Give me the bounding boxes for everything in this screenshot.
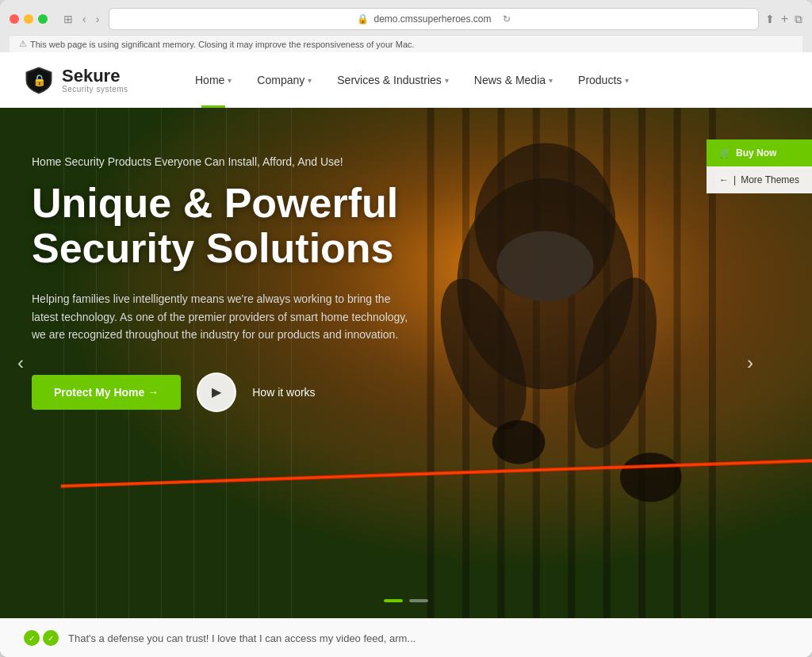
logo-tagline: Security systems (62, 85, 128, 94)
site-logo: 🔒 Sekure Security systems (24, 65, 167, 95)
nav-item-services[interactable]: Services & Industries ▾ (324, 52, 462, 108)
forward-icon[interactable]: › (93, 11, 103, 27)
maximize-button[interactable] (38, 14, 48, 24)
logo-shield-icon: 🔒 (24, 65, 54, 95)
testimonial-icon-1: ✓ (24, 630, 40, 646)
nav-products-label: Products (578, 74, 622, 86)
logo-name: Sekure (62, 67, 128, 85)
security-icon: 🔒 (357, 13, 369, 25)
minimize-button[interactable] (24, 14, 33, 24)
chevron-right-icon: › (747, 352, 753, 374)
play-icon: ▶ (212, 384, 221, 399)
memory-warning: ⚠ This web page is using significant mem… (10, 35, 802, 52)
how-it-works-link[interactable]: How it works (252, 386, 315, 399)
carousel-dot-1[interactable] (384, 599, 403, 602)
buy-now-button[interactable]: 🛒 Buy Now (707, 139, 812, 166)
nav-home-label: Home (195, 74, 224, 86)
svg-point-19 (496, 231, 593, 301)
memory-warning-text: This web page is using significant memor… (30, 40, 415, 49)
hero-section: Home Security Products Everyone Can Inst… (0, 108, 812, 618)
logo-text: Sekure Security systems (62, 67, 128, 94)
chevron-down-icon: ▾ (625, 76, 629, 85)
testimonial-hint: ✓ ✓ That's a defense you can trust! I lo… (0, 618, 812, 657)
site-nav: Home ▾ Company ▾ Services & Industries ▾… (167, 52, 788, 108)
share-icon[interactable]: ⬆ (765, 13, 775, 25)
chevron-left-icon: ‹ (17, 352, 24, 374)
nav-active-indicator (201, 105, 225, 108)
chevron-down-icon: ▾ (549, 76, 553, 85)
nav-item-products[interactable]: Products ▾ (565, 52, 642, 108)
sidebar-toggle-icon[interactable]: ⊞ (60, 11, 76, 27)
carousel-next-button[interactable]: › (736, 349, 764, 377)
close-button[interactable] (10, 14, 19, 24)
chevron-down-icon: ▾ (228, 76, 232, 85)
testimonial-icons: ✓ ✓ (24, 630, 59, 646)
browser-actions: ⬆ + ⧉ (765, 12, 802, 26)
carousel-prev-button[interactable]: ‹ (6, 349, 35, 377)
protect-home-button[interactable]: Protect My Home → (32, 375, 181, 410)
hero-description: Helping families live intelligently mean… (32, 290, 412, 343)
back-icon[interactable]: ‹ (79, 11, 90, 27)
carousel-dot-2[interactable] (409, 599, 428, 602)
chevron-down-icon: ▾ (445, 76, 449, 85)
hero-subtitle: Home Security Products Everyone Can Inst… (32, 155, 428, 168)
chevron-down-icon: ▾ (308, 76, 312, 85)
nav-news-label: News & Media (474, 74, 546, 86)
hero-title: Unique & PowerfulSecurity Solutions (32, 181, 428, 271)
browser-content: 🔒 Sekure Security systems Home ▾ Company… (0, 52, 812, 657)
svg-point-18 (620, 453, 682, 502)
url-text: demo.cmssuperheroes.com (373, 13, 491, 25)
cart-icon: 🛒 (719, 147, 731, 159)
browser-controls: ⊞ ‹ › (60, 11, 102, 27)
testimonial-text: That's a defense you can trust! I love t… (68, 632, 416, 644)
more-themes-label: More Themes (741, 174, 799, 185)
tabs-icon[interactable]: ⧉ (795, 13, 802, 26)
nav-services-label: Services & Industries (337, 74, 442, 86)
nav-item-company[interactable]: Company ▾ (244, 52, 324, 108)
new-tab-icon[interactable]: + (781, 12, 788, 26)
site-header: 🔒 Sekure Security systems Home ▾ Company… (0, 52, 812, 108)
play-video-button[interactable]: ▶ (197, 372, 236, 412)
hero-actions: Protect My Home → ▶ How it works (32, 372, 428, 412)
browser-chrome: ⊞ ‹ › 🔒 demo.cmssuperheroes.com ↻ ⬆ + ⧉ … (0, 0, 812, 52)
divider: | (733, 174, 736, 185)
address-bar[interactable]: 🔒 demo.cmssuperheroes.com ↻ (109, 8, 758, 30)
nav-company-label: Company (257, 74, 304, 86)
nav-item-news[interactable]: News & Media ▾ (462, 52, 565, 108)
nav-item-home[interactable]: Home ▾ (182, 52, 244, 108)
browser-window: ⊞ ‹ › 🔒 demo.cmssuperheroes.com ↻ ⬆ + ⧉ … (0, 0, 812, 657)
svg-point-17 (492, 420, 546, 464)
carousel-dots (384, 599, 428, 602)
arrow-left-icon: ← (719, 174, 729, 185)
buy-now-label: Buy Now (736, 147, 776, 159)
warning-icon: ⚠ (19, 39, 27, 49)
side-buttons: 🛒 Buy Now ← | More Themes (707, 139, 812, 193)
reload-icon[interactable]: ↻ (503, 13, 511, 25)
svg-text:🔒: 🔒 (33, 74, 47, 87)
more-themes-button[interactable]: ← | More Themes (707, 166, 812, 193)
traffic-lights (10, 14, 48, 24)
hero-content: Home Security Products Everyone Can Inst… (0, 108, 460, 444)
testimonial-icon-2: ✓ (43, 630, 59, 646)
